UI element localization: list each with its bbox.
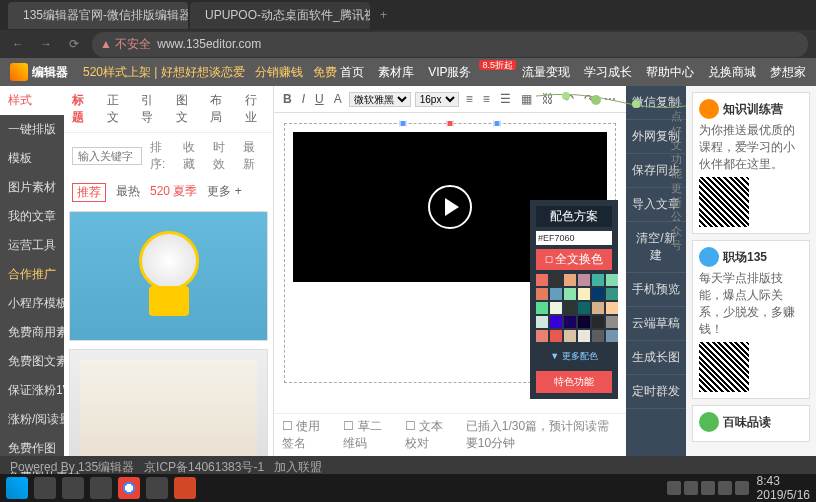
strike-button[interactable]: A — [331, 90, 345, 108]
font-select[interactable]: 微软雅黑 — [349, 92, 411, 107]
image-icon[interactable]: ▦ — [518, 90, 535, 108]
app-icon[interactable] — [146, 477, 168, 499]
search-input[interactable] — [72, 147, 142, 165]
search-icon[interactable] — [34, 477, 56, 499]
nav-dream[interactable]: 梦想家 — [770, 64, 806, 81]
promo-link[interactable]: 免费 — [313, 64, 337, 81]
color-swatch[interactable] — [606, 302, 618, 314]
tool-long-image[interactable]: 生成长图 — [626, 341, 686, 375]
color-swatch[interactable] — [592, 274, 604, 286]
handle-icon[interactable] — [447, 120, 454, 127]
sort-option[interactable]: 最新 — [243, 139, 265, 173]
browser-tab-1[interactable]: 135编辑器官网-微信排版编辑器 × — [8, 2, 188, 29]
color-swatch[interactable] — [564, 274, 576, 286]
sidebar-item-style[interactable]: 样式 — [0, 86, 64, 115]
color-swatch[interactable] — [536, 274, 548, 286]
tab-body[interactable]: 正文 — [107, 92, 128, 126]
color-swatch[interactable] — [536, 288, 548, 300]
sidebar-item[interactable]: 一键排版 — [0, 115, 64, 144]
nav-learn[interactable]: 学习成长 — [584, 64, 632, 81]
sidebar-item[interactable]: 小程序模板 — [0, 289, 64, 318]
sidebar-item[interactable]: 模板 — [0, 144, 64, 173]
forward-button[interactable]: → — [36, 37, 56, 51]
filter-more[interactable]: 更多 + — [207, 183, 241, 202]
sidebar-item[interactable]: 图片素材 — [0, 173, 64, 202]
status-proof[interactable]: ☐ 文本校对 — [405, 418, 454, 452]
color-swatch[interactable] — [550, 288, 562, 300]
volume-icon[interactable] — [735, 481, 749, 495]
tool-cloud-draft[interactable]: 云端草稿 — [626, 307, 686, 341]
color-swatch[interactable] — [536, 330, 548, 342]
template-item[interactable] — [69, 349, 268, 456]
sidebar-item[interactable]: 合作推广 — [0, 260, 64, 289]
tool-schedule[interactable]: 定时群发 — [626, 375, 686, 409]
promo-link[interactable]: 分销赚钱 — [255, 64, 303, 81]
align-left-icon[interactable]: ≡ — [463, 90, 476, 108]
hex-input[interactable]: #EF7060 — [536, 231, 612, 245]
color-swatch[interactable] — [536, 316, 548, 328]
color-swatch[interactable] — [592, 330, 604, 342]
clock[interactable]: 8:43 2019/5/16 — [757, 474, 810, 502]
color-swatch[interactable] — [564, 330, 576, 342]
color-swatch[interactable] — [592, 288, 604, 300]
sort-option[interactable]: 时效 — [213, 139, 235, 173]
chrome-icon[interactable] — [118, 477, 140, 499]
wifi-icon[interactable] — [718, 481, 732, 495]
tab-title[interactable]: 标题 — [72, 92, 93, 126]
list-icon[interactable]: ☰ — [497, 90, 514, 108]
more-colors-button[interactable]: ▼ 更多配色 — [536, 346, 612, 367]
reload-button[interactable]: ⟳ — [64, 37, 84, 51]
align-center-icon[interactable]: ≡ — [480, 90, 493, 108]
start-button[interactable] — [6, 477, 28, 499]
color-swatch[interactable] — [592, 316, 604, 328]
color-swatch[interactable] — [606, 274, 618, 286]
color-swatch[interactable] — [550, 302, 562, 314]
underline-button[interactable]: U — [312, 90, 327, 108]
info-card[interactable]: 百味品读 — [692, 405, 810, 442]
explorer-icon[interactable] — [90, 477, 112, 499]
color-swatch[interactable] — [578, 288, 590, 300]
more-icon[interactable]: ⋯ — [601, 90, 619, 108]
color-swatch[interactable] — [550, 274, 562, 286]
color-swatch[interactable] — [606, 288, 618, 300]
color-swatch[interactable] — [564, 316, 576, 328]
status-qr[interactable]: ☐ 草二维码 — [343, 418, 392, 452]
color-swatch[interactable] — [536, 302, 548, 314]
sidebar-item[interactable]: 我的文章 — [0, 202, 64, 231]
nav-exchange[interactable]: 兑换商城 — [708, 64, 756, 81]
status-signature[interactable]: ☐ 使用签名 — [282, 418, 331, 452]
handle-icon[interactable] — [494, 120, 501, 127]
color-swatch[interactable] — [592, 302, 604, 314]
nav-help[interactable]: 帮助中心 — [646, 64, 694, 81]
handle-icon[interactable] — [400, 120, 407, 127]
sort-option[interactable]: 收藏 — [183, 139, 205, 173]
tray-icon[interactable] — [684, 481, 698, 495]
undo-icon[interactable]: ↶ — [561, 90, 577, 108]
back-button[interactable]: ← — [8, 37, 28, 51]
color-swatch[interactable] — [550, 316, 562, 328]
address-bar[interactable]: ▲ 不安全 www.135editor.com — [92, 32, 808, 57]
italic-button[interactable]: I — [299, 90, 308, 108]
color-swatch[interactable] — [550, 330, 562, 342]
sidebar-item[interactable]: 免费图文素材 — [0, 347, 64, 376]
tab-layout[interactable]: 布局 — [210, 92, 231, 126]
full-recolor-button[interactable]: ☐ 全文换色 — [536, 249, 612, 270]
link-icon[interactable]: ⛓ — [539, 90, 557, 108]
powerpoint-icon[interactable] — [174, 477, 196, 499]
tool-preview[interactable]: 手机预览 — [626, 273, 686, 307]
play-button[interactable] — [428, 185, 472, 229]
filter-520[interactable]: 520 夏季 — [150, 183, 197, 202]
info-card[interactable]: 知识训练营 为你推送最优质的课程，爱学习的小伙伴都在这里。 — [692, 92, 810, 234]
color-swatch[interactable] — [578, 274, 590, 286]
filter-hot[interactable]: 最热 — [116, 183, 140, 202]
tab-guide[interactable]: 引导 — [141, 92, 162, 126]
sidebar-item[interactable]: 保证涨粉1W+ — [0, 376, 64, 405]
nav-traffic[interactable]: 流量变现 — [522, 64, 570, 81]
color-swatch[interactable] — [606, 330, 618, 342]
size-select[interactable]: 16px — [415, 92, 459, 107]
color-swatch[interactable] — [606, 316, 618, 328]
tray-icon[interactable] — [701, 481, 715, 495]
color-swatch[interactable] — [578, 330, 590, 342]
sidebar-item[interactable]: 免费商用素材 — [0, 318, 64, 347]
redo-icon[interactable]: ↷ — [581, 90, 597, 108]
